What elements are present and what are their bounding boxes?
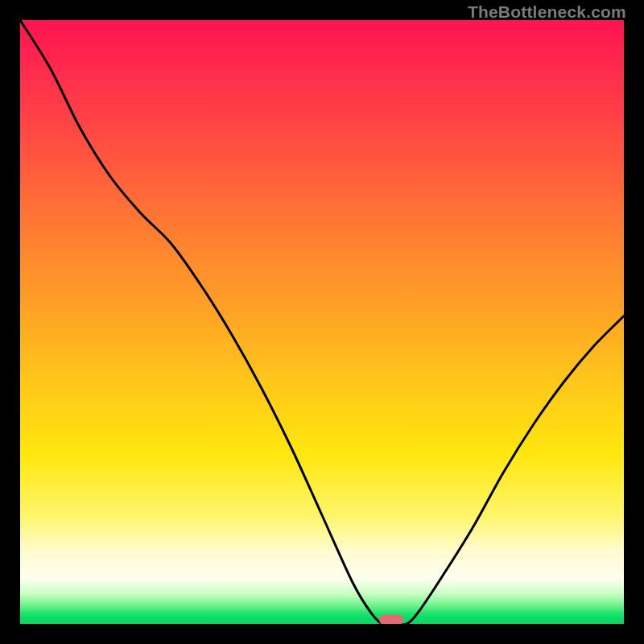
optimal-marker (379, 614, 403, 624)
plot-area (20, 20, 624, 624)
bottleneck-curve (20, 20, 624, 624)
watermark-text: TheBottleneck.com (468, 2, 626, 22)
bottleneck-curve-layer (20, 20, 624, 624)
chart-stage: TheBottleneck.com (0, 0, 644, 644)
